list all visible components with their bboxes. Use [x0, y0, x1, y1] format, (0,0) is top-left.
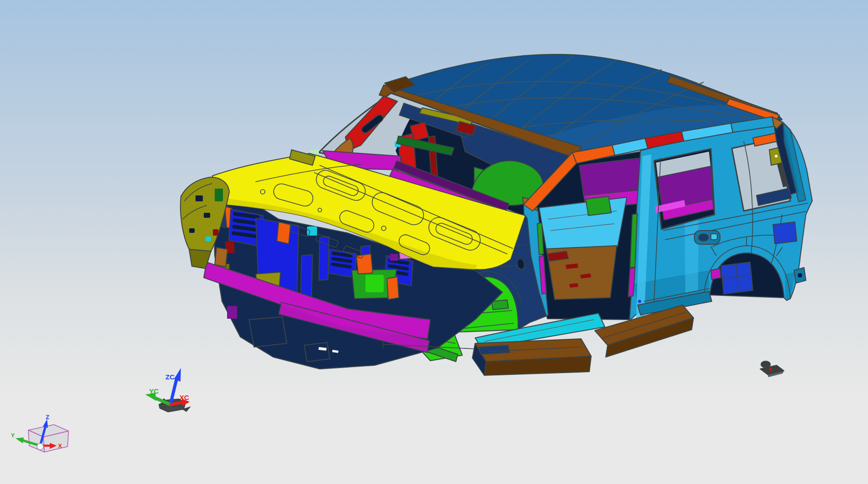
cad-3d-viewport[interactable]: ZC YC XC Z Y	[0, 0, 868, 484]
front-purple-spot	[390, 254, 398, 261]
bumper-purple-bit	[227, 306, 237, 319]
rear-door-window[interactable]	[654, 149, 715, 229]
wcs-y-axis[interactable]: YC	[145, 387, 170, 405]
csys-origin-sphere[interactable]	[37, 443, 43, 450]
engine-bay-green-bright	[365, 275, 384, 292]
front-teal-speck	[307, 226, 317, 236]
csys-x-label: X	[58, 442, 62, 449]
csys-y-label: Y	[11, 432, 15, 439]
small-part-red-dot	[769, 368, 772, 371]
wcs-x-label: XC	[180, 394, 189, 401]
floating-parts[interactable]	[760, 361, 784, 377]
rear-quarter-royal-patch[interactable]	[773, 222, 797, 244]
model-canvas[interactable]: ZC YC XC Z Y	[0, 0, 868, 484]
wcs-y-label: YC	[149, 387, 159, 395]
car-body-model[interactable]	[180, 54, 812, 375]
wcs-triad[interactable]: ZC YC XC	[145, 368, 191, 412]
arch-magenta-sliver	[711, 268, 721, 279]
door-handle-recess[interactable]	[694, 231, 720, 244]
front-brown-box	[215, 247, 228, 267]
csys-cube[interactable]	[28, 425, 69, 452]
bumper-small-slab[interactable]	[304, 342, 330, 362]
bumper-navy-block	[249, 317, 287, 347]
wcs-z-label: ZC	[165, 373, 175, 381]
csys-z-label: Z	[46, 414, 49, 421]
seat-green-small	[586, 196, 611, 216]
running-board-navy-strip	[479, 345, 510, 354]
datum-csys[interactable]: Z Y X	[11, 414, 69, 452]
